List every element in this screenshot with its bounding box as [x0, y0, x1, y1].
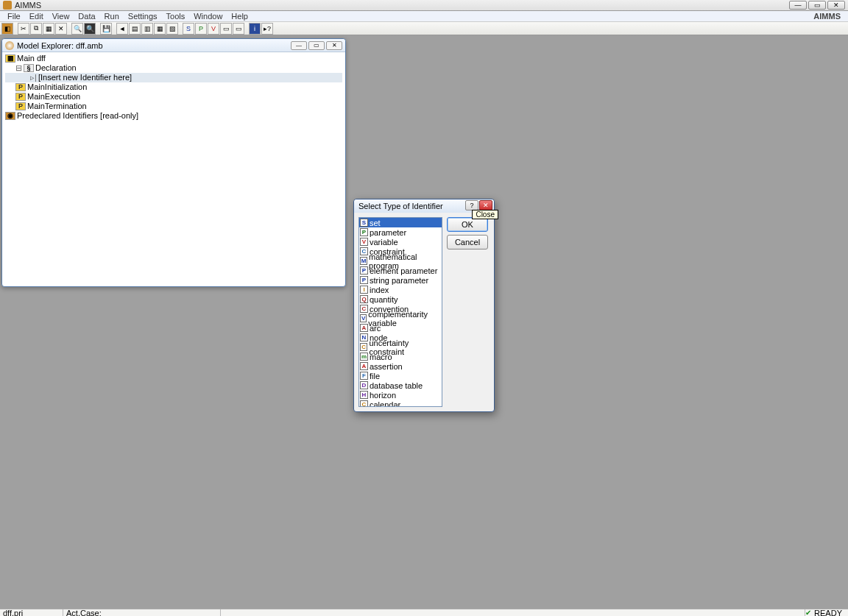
status-case: Act.Case:	[63, 609, 221, 616]
string-parameter-icon: P	[360, 276, 368, 284]
save-icon[interactable]: 💾	[100, 23, 112, 35]
copy-icon[interactable]: ⧉	[30, 23, 42, 35]
set-icon: S	[360, 219, 368, 227]
convention-icon: C	[360, 305, 368, 313]
menu-run[interactable]: Run	[100, 12, 124, 21]
file-icon: F	[360, 372, 368, 380]
folder-icon: ▦	[5, 54, 15, 63]
menu-window[interactable]: Window	[189, 12, 227, 21]
page2-icon[interactable]: ▥	[141, 23, 153, 35]
dialog-help-button[interactable]: ?	[465, 200, 478, 210]
tree-exec[interactable]: P MainExecution	[5, 92, 342, 102]
v-icon[interactable]: V	[208, 23, 219, 35]
list-item[interactable]: Pelement parameter	[359, 266, 442, 275]
model-explorer-window: Model Explorer: dff.amb — ▭ ✕ ▦ Main dff…	[1, 38, 346, 287]
list-item-label: macro	[370, 353, 392, 361]
menu-view[interactable]: View	[48, 12, 74, 21]
win1-icon[interactable]: ▭	[220, 23, 232, 35]
tree-label: MainInitialization	[27, 82, 87, 92]
list-item[interactable]: Aassertion	[359, 361, 442, 371]
horizon-icon: H	[360, 391, 368, 399]
tree-root[interactable]: ▦ Main dff	[5, 54, 342, 63]
tree-insert-placeholder[interactable]: ▹| [Insert new Identifier here]	[5, 73, 342, 82]
locked-icon: ◉	[5, 112, 15, 120]
list-item[interactable]: Ccalendar	[359, 400, 442, 407]
tree-predeclared[interactable]: ◉ Predeclared Identifiers [read-only]	[5, 111, 342, 121]
page1-icon[interactable]: ▤	[129, 23, 141, 35]
status-spacer	[221, 609, 805, 616]
minimize-button[interactable]: —	[789, 1, 807, 10]
index-icon: I	[360, 286, 368, 294]
model-tree: ▦ Main dff ⊟ § Declaration ▹| [Insert ne…	[2, 52, 345, 122]
list-item[interactable]: Qquantity	[359, 294, 442, 304]
menu-help[interactable]: Help	[227, 12, 252, 21]
app-title: AIMMS	[15, 1, 41, 10]
list-item[interactable]: Hhorizon	[359, 390, 442, 400]
nav-back-icon[interactable]: ◄	[116, 23, 128, 35]
page4-icon[interactable]: ▧	[166, 23, 178, 35]
page3-icon[interactable]: ▦	[154, 23, 166, 35]
macro-icon: m	[360, 353, 368, 361]
model-explorer-titlebar[interactable]: Model Explorer: dff.amb — ▭ ✕	[2, 39, 345, 52]
declaration-icon: §	[24, 64, 34, 72]
cancel-button[interactable]: Cancel	[447, 235, 488, 249]
list-item[interactable]: Vcomplementarity variable	[359, 314, 442, 323]
delete-icon[interactable]: ✕	[55, 23, 67, 35]
list-item-label: parameter	[370, 228, 406, 237]
win2-icon[interactable]: ▭	[233, 23, 244, 35]
menu-settings[interactable]: Settings	[124, 12, 162, 21]
assertion-icon: A	[360, 362, 368, 370]
menu-data[interactable]: Data	[74, 12, 99, 21]
tree-label: Predeclared Identifiers [read-only]	[17, 111, 138, 121]
explorer-maximize-button[interactable]: ▭	[308, 41, 325, 50]
info-icon[interactable]: i	[249, 23, 261, 35]
list-item-label: horizon	[370, 391, 396, 400]
collapse-icon[interactable]: ⊟	[15, 63, 22, 73]
app-icon	[3, 1, 12, 10]
list-item[interactable]: Ffile	[359, 371, 442, 380]
list-item[interactable]: Pstring parameter	[359, 275, 442, 285]
list-item-label: arc	[370, 324, 381, 333]
dialog-close-button[interactable]: ✕	[479, 200, 492, 210]
explorer-minimize-button[interactable]: —	[291, 41, 307, 50]
tree-term[interactable]: P MainTermination	[5, 102, 342, 111]
calendar-icon: C	[360, 400, 368, 407]
tree-label: MainTermination	[27, 102, 87, 111]
close-button[interactable]: ✕	[827, 1, 845, 10]
p-icon[interactable]: P	[195, 23, 207, 35]
list-item[interactable]: Mmathematical program	[359, 256, 442, 266]
tree-declaration[interactable]: ⊟ § Declaration	[5, 63, 342, 73]
explorer-close-button[interactable]: ✕	[326, 41, 342, 50]
maximize-button[interactable]: ▭	[808, 1, 826, 10]
close-tooltip: Close	[472, 210, 498, 219]
dialog-titlebar[interactable]: Select Type of Identifier ? ✕ Close	[354, 199, 494, 213]
list-item[interactable]: Vvariable	[359, 237, 442, 247]
list-item-label: set	[370, 219, 381, 227]
list-item-label: variable	[370, 238, 398, 247]
constraint-icon: C	[360, 247, 368, 255]
paste-icon[interactable]: ▦	[43, 23, 54, 35]
find-next-icon[interactable]: 🔍	[84, 23, 96, 35]
list-item[interactable]: Cuncertainty constraint	[359, 342, 442, 352]
menu-tools[interactable]: Tools	[162, 12, 190, 21]
menu-file[interactable]: File	[3, 12, 25, 21]
explorer-title-text: Model Explorer: dff.amb	[17, 41, 103, 50]
ready-label: READY	[814, 609, 842, 616]
menu-edit[interactable]: Edit	[25, 12, 48, 21]
find-icon[interactable]: 🔍	[71, 23, 83, 35]
workspace: Model Explorer: dff.amb — ▭ ✕ ▦ Main dff…	[0, 35, 848, 609]
variable-icon: V	[360, 238, 368, 246]
ok-button[interactable]: OK	[447, 217, 488, 232]
list-item-label: calendar	[370, 400, 400, 408]
identifier-listbox[interactable]: SsetPparameterVvariableCconstraintMmathe…	[358, 217, 442, 407]
cut-icon[interactable]: ✂	[18, 23, 29, 35]
list-item[interactable]: Iindex	[359, 285, 442, 294]
tool-app-icon[interactable]: ◧	[1, 23, 13, 35]
uncertainty-constraint-icon: C	[360, 343, 367, 351]
list-item[interactable]: Ddatabase table	[359, 380, 442, 390]
s-icon[interactable]: S	[183, 23, 194, 35]
list-item[interactable]: Sset	[359, 218, 442, 227]
help-icon[interactable]: ▸?	[261, 23, 273, 35]
list-item[interactable]: Pparameter	[359, 227, 442, 237]
tree-init[interactable]: P MainInitialization	[5, 82, 342, 92]
